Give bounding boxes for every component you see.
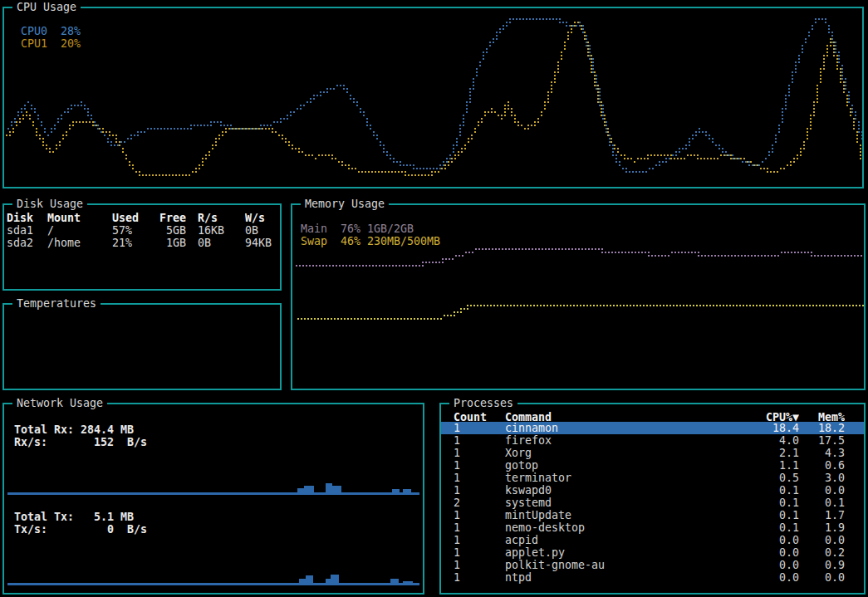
process-cell: 0.1 <box>733 484 799 497</box>
process-row[interactable]: 1ntpd0.00.0 <box>441 571 864 584</box>
processes-panel: Processes CountCommandCPU%▼Mem%1cinnamon… <box>439 403 866 595</box>
process-cell: systemd <box>505 497 733 509</box>
network-usage-panel: Network Usage Total Rx: 284.4 MB Rx/s: 1… <box>2 403 424 595</box>
process-cell: ntpd <box>505 571 733 584</box>
process-row[interactable]: 1firefox4.017.5 <box>441 434 864 447</box>
disk-header-cell: Free <box>156 212 186 224</box>
process-cell: 4.3 <box>799 447 845 459</box>
mem-main-legend-row: Main76%1GB/2GB <box>301 223 440 235</box>
process-cell: 1 <box>454 571 505 584</box>
process-row[interactable]: 1polkit-gnome-au0.00.9 <box>441 559 864 571</box>
process-cell: 1.7 <box>799 509 845 521</box>
process-cell: 1 <box>454 484 505 497</box>
cpu1-label: CPU1 <box>21 37 61 50</box>
disk-cell: 21% <box>112 237 156 249</box>
process-cell: 1 <box>454 434 505 447</box>
mem-main-label: Main <box>301 223 341 235</box>
disk-cell: sda2 <box>7 237 47 249</box>
process-cell: cinnamon <box>505 422 733 434</box>
tx-baseline <box>7 583 419 585</box>
process-cell: 0.0 <box>799 571 845 584</box>
process-cell: 0.0 <box>733 571 799 584</box>
process-cell: 1 <box>454 546 505 559</box>
process-cell: 18.4 <box>733 422 799 434</box>
process-cell: 0.2 <box>799 546 845 559</box>
process-cell: 1 <box>454 459 505 472</box>
process-cell: 0.0 <box>799 484 845 497</box>
cpu0-legend-row: CPU028% <box>21 25 81 37</box>
process-cell: 2 <box>454 497 505 509</box>
process-cell: 1.1 <box>733 459 799 472</box>
disk-header-cell: W/s <box>245 212 280 224</box>
process-cell: mintUpdate <box>505 509 733 521</box>
temperatures-panel: Temperatures <box>2 303 282 390</box>
process-cell: Xorg <box>505 447 733 459</box>
process-row[interactable]: 2systemd0.10.1 <box>441 497 864 509</box>
process-cell: 0.6 <box>799 459 845 472</box>
process-cell: 3.0 <box>799 472 845 484</box>
process-cell: 1 <box>454 447 505 459</box>
panel-title: Network Usage <box>12 397 107 409</box>
panel-title: Disk Usage <box>12 198 87 210</box>
process-cell: 0.0 <box>733 559 799 571</box>
process-cell: 0.0 <box>799 534 845 546</box>
panel-title: Temperatures <box>12 297 101 310</box>
disk-cell: 16KB <box>186 224 245 237</box>
disk-header-cell: Used <box>112 212 156 224</box>
gotop-terminal: { "panels": { "cpu": { "title": "CPU Usa… <box>0 0 868 597</box>
process-cell: applet.py <box>505 546 733 559</box>
memory-usage-panel: Memory Usage Main76%1GB/2GB Swap46%230MB… <box>291 203 866 390</box>
process-row[interactable]: 1nemo-desktop0.11.9 <box>441 521 864 534</box>
process-row[interactable]: 1applet.py0.00.2 <box>441 546 864 559</box>
rx-rate-line: Rx/s: 152 B/s <box>14 436 147 448</box>
sparkline-bar <box>306 575 313 583</box>
disk-cell: 57% <box>112 224 156 237</box>
process-cell: 1.9 <box>799 521 845 534</box>
process-row[interactable]: 1gotop1.10.6 <box>441 459 864 472</box>
disk-cell: 5GB <box>156 224 186 237</box>
process-cell: 1 <box>454 521 505 534</box>
cpu0-value: 28% <box>61 25 81 37</box>
process-cell: 4.0 <box>733 434 799 447</box>
process-cell: 1 <box>454 534 505 546</box>
sparkline-bar <box>331 575 339 583</box>
rx-total-line: Total Rx: 284.4 MB <box>14 423 134 436</box>
sparkline-bar <box>304 486 314 492</box>
cpu1-legend-row: CPU120% <box>21 37 81 50</box>
cpu-legend: CPU028% CPU120% <box>21 25 81 50</box>
process-cell: 1 <box>454 559 505 571</box>
process-cell: acpid <box>505 534 733 546</box>
cpu-chart <box>4 8 862 187</box>
cpu-usage-panel: CPU Usage CPU028% CPU120% <box>2 7 864 188</box>
rx-baseline <box>7 492 419 495</box>
process-cell: 0.1 <box>733 497 799 509</box>
process-cell: 0.1 <box>733 521 799 534</box>
process-row[interactable]: 1cinnamon18.418.2 <box>441 422 864 434</box>
cpu0-label: CPU0 <box>21 25 61 37</box>
disk-cell: 0B <box>186 237 245 249</box>
mem-main-detail: 1GB/2GB <box>367 223 414 235</box>
process-row[interactable]: 1acpid0.00.0 <box>441 534 864 546</box>
process-row[interactable]: 1kswapd00.10.0 <box>441 484 864 497</box>
process-row[interactable]: 1mintUpdate0.11.7 <box>441 509 864 521</box>
disk-row: sda1/57%5GB16KB0B <box>4 224 280 237</box>
process-cell: 1 <box>454 422 505 434</box>
process-cell: polkit-gnome-au <box>505 559 733 571</box>
process-cell: kswapd0 <box>505 484 733 497</box>
mem-swap-pct: 46% <box>341 235 367 247</box>
mem-swap-legend-row: Swap46%230MB/500MB <box>301 235 440 247</box>
cpu1-value: 20% <box>61 37 81 50</box>
process-cell: nemo-desktop <box>505 521 733 534</box>
sparkline-bar <box>326 483 332 492</box>
process-cell: gotop <box>505 459 733 472</box>
process-cell: 2.1 <box>733 447 799 459</box>
process-cell: 0.0 <box>733 546 799 559</box>
sparkline-bar <box>332 486 341 492</box>
mem-swap-detail: 230MB/500MB <box>367 235 440 247</box>
disk-cell: 94KB <box>245 237 280 249</box>
disk-cell: 0B <box>245 224 280 237</box>
process-row[interactable]: 1Xorg2.14.3 <box>441 447 864 459</box>
process-cell: 1 <box>454 509 505 521</box>
process-row[interactable]: 1terminator0.53.0 <box>441 472 864 484</box>
tx-rate-line: Tx/s: 0 B/s <box>14 523 147 536</box>
